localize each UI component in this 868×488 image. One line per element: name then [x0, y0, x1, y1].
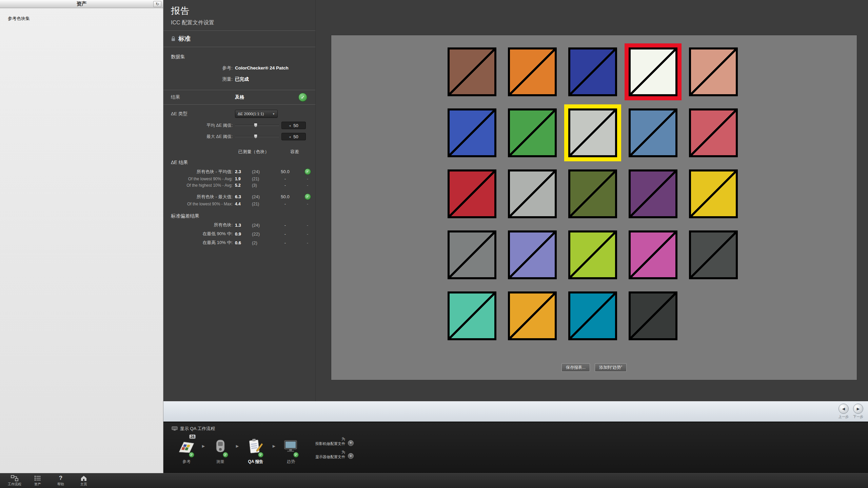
color-patch-4[interactable]: [629, 47, 677, 96]
nav-button-group: ◀ 上一步 ▶ 下一步: [839, 404, 863, 419]
row-label: 所有色块:: [171, 222, 233, 228]
color-patch-15[interactable]: [689, 169, 738, 218]
color-patch-12[interactable]: [508, 169, 557, 218]
add-to-trend-button[interactable]: 添加到“趋势”: [595, 363, 627, 372]
result-row: 结果 及格 ✓: [171, 90, 310, 104]
color-patch-10[interactable]: [689, 108, 738, 157]
arrow-left-icon: ◀: [842, 407, 845, 411]
color-patch-23[interactable]: [568, 291, 617, 340]
bottom-item-home[interactable]: 主页: [74, 475, 94, 487]
workflow-step-measure[interactable]: ✓ 测量: [206, 435, 235, 465]
workflow-step-reference[interactable]: 24 ✓ 参考: [172, 435, 201, 465]
color-patch-21[interactable]: [448, 291, 496, 340]
bottom-item-help[interactable]: ? 帮助: [51, 475, 71, 487]
color-patch-16[interactable]: [448, 230, 496, 279]
row-patch-count: (24): [252, 223, 270, 228]
color-patch-6[interactable]: [448, 108, 496, 157]
add-display-profile-button[interactable]: +: [348, 453, 354, 459]
bottom-item-assets[interactable]: 资产: [28, 475, 47, 487]
add-projector-profile-button[interactable]: +: [348, 440, 354, 446]
slider-handle[interactable]: [254, 123, 258, 127]
profile-display-link: 为 显示器做配置文件 +: [315, 450, 354, 460]
delta-e-type-dropdown[interactable]: ΔE 2000(1:1:1) ▼: [235, 110, 278, 118]
home-icon: [80, 475, 87, 482]
lock-icon: [171, 36, 176, 41]
stddev-results-table: 所有色块:1.3(24)--在最低 90% 中:0.9(22)--在最高 10%…: [171, 222, 310, 246]
divider: [163, 104, 315, 105]
bottom-item-label: 资产: [34, 482, 41, 487]
workflow-step-trend[interactable]: ✓ 趋势: [277, 435, 305, 465]
color-patch-17[interactable]: [508, 230, 557, 279]
profile-link-prefix: 为: [341, 436, 345, 441]
color-patch-20[interactable]: [689, 230, 738, 279]
step-arrow-icon: ▶: [271, 444, 277, 448]
row-patch-count: (21): [252, 177, 270, 181]
row-patch-count: (24): [252, 194, 270, 199]
color-patch-18[interactable]: [568, 230, 617, 279]
row-status-none: -: [300, 231, 315, 237]
sidebar-header: 资产 ↻: [0, 0, 163, 8]
save-report-button[interactable]: 保存报表...: [561, 363, 590, 372]
avg-threshold-value-box[interactable]: ◂ 50: [281, 122, 306, 129]
bottom-bar-items: 工作流程 资产 ? 帮助 主页: [0, 473, 868, 488]
row-patch-count: (21): [252, 202, 270, 206]
profile-link-prefix: 为: [341, 450, 345, 454]
row-label: 所有色块 - 最大值:: [171, 194, 233, 200]
column-tolerance: 容差: [279, 149, 310, 155]
color-patch-1[interactable]: [448, 47, 496, 96]
row-value: 0.6: [235, 240, 250, 245]
sidebar-title: 资产: [77, 1, 87, 7]
row-label: 在最高 10% 中:: [171, 240, 233, 246]
bottom-item-label: 主页: [80, 482, 87, 487]
color-patch-13[interactable]: [568, 169, 617, 218]
bottom-item-workflows[interactable]: 工作流程: [5, 475, 24, 487]
row-value: 2.3: [235, 169, 250, 174]
profile-projector-link: 为 投影机做配置文件 +: [315, 436, 354, 446]
dataset-label: 数据集: [171, 54, 310, 60]
row-patch-count: (3): [252, 183, 270, 188]
help-icon: ?: [59, 475, 62, 482]
row-status-none: -: [300, 240, 315, 245]
color-patch-11[interactable]: [448, 169, 496, 218]
results-table-header: 已测量（色块） 容差: [171, 149, 310, 155]
step-done-icon: ✓: [223, 452, 228, 458]
max-threshold-value-box[interactable]: ◂ 50: [281, 133, 306, 140]
slider-handle[interactable]: [254, 134, 258, 139]
step-label: 测量: [216, 459, 224, 465]
color-patch-24[interactable]: [629, 291, 677, 340]
color-patch-14[interactable]: [629, 169, 677, 218]
monitor-icon: [172, 426, 178, 431]
show-qa-workflow-toggle[interactable]: 显示 QA 工作流程: [163, 422, 215, 432]
list-icon: [34, 475, 41, 482]
stddev-row-2: 在最低 90% 中:0.9(22)--: [171, 231, 310, 237]
divider: [163, 30, 315, 31]
color-patch-7[interactable]: [508, 108, 557, 157]
step-label: 参考: [182, 459, 191, 465]
refresh-button[interactable]: ↻: [153, 1, 161, 7]
row-tolerance: -: [273, 231, 298, 237]
assets-sidebar: 资产 ↻ 参考色块集: [0, 0, 163, 473]
next-button[interactable]: ▶: [853, 404, 863, 414]
next-label: 下一步: [853, 414, 863, 419]
pass-check-icon: ✓: [304, 168, 311, 175]
previous-button[interactable]: ◀: [839, 404, 849, 414]
row-status-none: -: [300, 223, 315, 228]
sidebar-item-reference-patch-set[interactable]: 参考色块集: [8, 16, 30, 22]
delta-e-results-table: 所有色块 - 平均值:2.3(24)50.0✓Of the lowest 90%…: [171, 168, 310, 206]
workflow-step-qa-report[interactable]: ✓ QA 报告: [240, 435, 271, 465]
avg-threshold-slider[interactable]: [235, 123, 279, 128]
color-patch-22[interactable]: [508, 291, 557, 340]
delta-e-results-label: ΔE 结果: [171, 160, 310, 166]
stddev-row-1: 所有色块:1.3(24)--: [171, 222, 310, 228]
color-patch-8[interactable]: [568, 108, 617, 157]
profile-projector-text: 为 投影机做配置文件: [315, 436, 345, 446]
row-tolerance: -: [273, 223, 298, 228]
nav-next: ▶ 下一步: [853, 404, 863, 419]
max-threshold-slider[interactable]: [235, 134, 279, 139]
color-patch-19[interactable]: [629, 230, 677, 279]
color-patch-9[interactable]: [629, 108, 677, 157]
color-patch-5[interactable]: [689, 47, 738, 96]
section-standard: 标准: [171, 35, 310, 43]
color-patch-3[interactable]: [568, 47, 617, 96]
color-patch-2[interactable]: [508, 47, 557, 96]
